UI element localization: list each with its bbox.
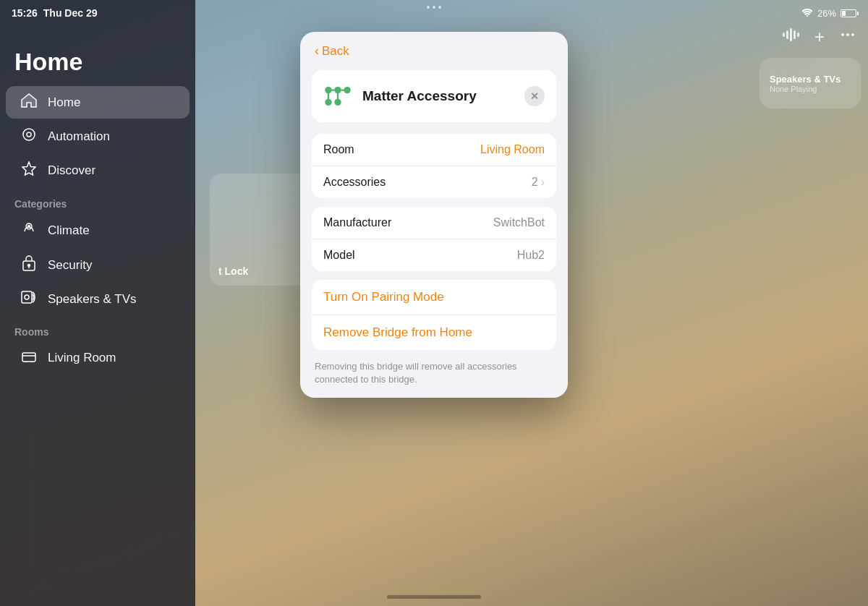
room-row[interactable]: Room Living Room <box>312 134 556 166</box>
room-label: Room <box>323 143 354 156</box>
accessory-title: Matter Accessory <box>362 88 477 104</box>
accessory-header-left: Matter Accessory <box>323 82 477 111</box>
accessory-header-card: Matter Accessory ✕ <box>312 70 556 122</box>
close-button[interactable]: ✕ <box>524 86 545 106</box>
modal-overlay: ‹ Back Matter Acces <box>0 0 868 606</box>
accessories-chevron-icon: › <box>541 176 545 189</box>
accessories-value-row: 2 › <box>532 176 545 189</box>
manufacturer-row: Manufacturer SwitchBot <box>312 207 556 239</box>
remove-bridge-button[interactable]: Remove Bridge from Home <box>312 315 556 350</box>
model-label: Model <box>323 249 355 262</box>
manufacturer-model-card: Manufacturer SwitchBot Model Hub2 <box>312 207 556 271</box>
matter-logo-svg <box>324 86 352 106</box>
room-value: Living Room <box>480 143 545 156</box>
room-accessories-card: Room Living Room Accessories 2 › <box>312 134 556 198</box>
model-value: Hub2 <box>517 249 545 262</box>
accessories-row[interactable]: Accessories 2 › <box>312 166 556 198</box>
warning-text: Removing this bridge will remove all acc… <box>300 356 568 398</box>
back-button[interactable]: ‹ Back <box>300 32 568 64</box>
model-row: Model Hub2 <box>312 239 556 271</box>
back-chevron-icon: ‹ <box>315 43 319 59</box>
action-card: Turn On Pairing Mode Remove Bridge from … <box>312 280 556 350</box>
modal-panel: ‹ Back Matter Acces <box>300 32 568 398</box>
matter-icon <box>323 82 352 111</box>
manufacturer-value: SwitchBot <box>493 216 545 229</box>
manufacturer-label: Manufacturer <box>323 216 391 229</box>
back-label: Back <box>322 44 349 59</box>
accessories-label: Accessories <box>323 176 386 189</box>
turn-on-pairing-button[interactable]: Turn On Pairing Mode <box>312 280 556 315</box>
home-bar <box>387 595 481 599</box>
accessories-value: 2 <box>532 176 538 189</box>
